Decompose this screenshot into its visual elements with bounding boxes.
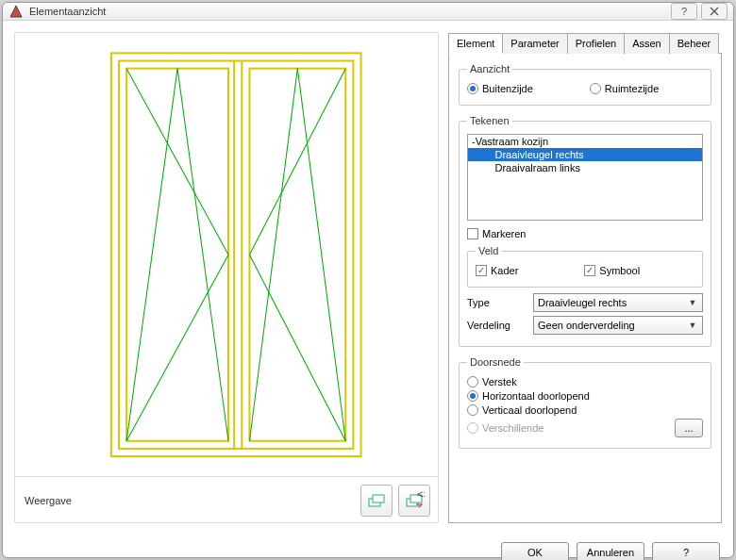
settings-column: Element Parameter Profielen Assen Beheer…: [448, 32, 722, 523]
svg-text:<>: <>: [417, 490, 425, 500]
list-item[interactable]: Draaivalraam links: [468, 161, 702, 174]
svg-line-13: [249, 69, 297, 441]
svg-line-10: [177, 69, 228, 441]
dialog-window: Elementaanzicht ?: [2, 2, 734, 558]
display-mode-button-1[interactable]: [360, 485, 393, 517]
aanzicht-group: Aanzicht Buitenzijde Ruimtezijde: [459, 63, 711, 106]
verdeling-combo-value: Geen onderverdeling: [538, 320, 635, 331]
radio-dot-icon: [467, 376, 478, 387]
chevron-down-icon: ▼: [685, 296, 700, 309]
doorsnede-group: Doorsnede Verstek Horizontaal doorlopend: [459, 356, 711, 449]
tab-profielen[interactable]: Profielen: [567, 33, 625, 54]
checkbox-icon: [467, 228, 478, 239]
radio-verstek-label: Verstek: [482, 376, 517, 387]
check-symbool[interactable]: Symbool: [584, 265, 640, 276]
radio-verschillende-label: Verschillende: [482, 422, 544, 434]
check-markeren[interactable]: Markeren: [467, 228, 526, 239]
more-button-label: ...: [684, 422, 693, 434]
svg-rect-5: [126, 69, 228, 441]
titlebar: Elementaanzicht ?: [3, 3, 733, 21]
type-combo[interactable]: Draaivleugel rechts ▼: [533, 293, 703, 312]
radio-dot-icon: [467, 404, 478, 416]
svg-line-9: [126, 69, 177, 441]
window-title: Elementaanzicht: [29, 6, 667, 17]
help-titlebar-button[interactable]: ?: [671, 3, 697, 20]
close-button[interactable]: [701, 3, 728, 20]
doorsnede-more-button[interactable]: ...: [675, 419, 703, 437]
svg-rect-1: [111, 53, 361, 456]
radio-verticaal[interactable]: Verticaal doorlopend: [467, 404, 577, 416]
verdeling-label: Verdeling: [467, 320, 533, 331]
radio-buitenzijde[interactable]: Buitenzijde: [467, 83, 533, 94]
radio-dot-icon: [467, 390, 478, 402]
radio-verschillende: Verschillende: [467, 422, 544, 434]
verdeling-combo[interactable]: Geen onderverdeling ▼: [533, 316, 703, 335]
tab-panel: Aanzicht Buitenzijde Ruimtezijde Tekene: [448, 54, 722, 523]
weergave-label: Weergave: [25, 495, 355, 506]
ok-button[interactable]: OK: [501, 542, 569, 560]
svg-line-11: [249, 69, 345, 255]
content-area: Weergave <> Element Parameter Profielen …: [3, 21, 733, 535]
type-label: Type: [467, 297, 533, 308]
veld-legend: Veld: [476, 245, 501, 256]
check-symbool-label: Symbool: [599, 265, 640, 276]
check-kader-label: Kader: [491, 265, 518, 276]
app-icon: [8, 4, 24, 19]
radio-buitenzijde-label: Buitenzijde: [482, 83, 533, 94]
tab-parameter[interactable]: Parameter: [502, 33, 567, 54]
svg-rect-6: [249, 69, 345, 441]
tab-assen[interactable]: Assen: [624, 33, 670, 54]
element-preview-canvas: [15, 33, 438, 476]
radio-verticaal-label: Verticaal doorlopend: [482, 404, 577, 416]
svg-line-7: [126, 69, 228, 255]
svg-line-8: [126, 255, 228, 441]
radio-dot-icon: [467, 83, 478, 94]
dialog-button-row: OK Annuleren ?: [3, 535, 733, 560]
list-item[interactable]: -Vastraam kozijn: [468, 135, 702, 148]
display-mode-button-2[interactable]: <>: [398, 485, 430, 517]
help-button[interactable]: ?: [652, 542, 720, 560]
list-item[interactable]: Draaivleugel rechts: [468, 148, 702, 161]
tekenen-legend: Tekenen: [467, 115, 512, 126]
svg-line-12: [249, 255, 345, 441]
veld-group: Veld Kader Symbool: [467, 245, 703, 288]
svg-rect-16: [373, 495, 384, 502]
check-kader[interactable]: Kader: [476, 265, 518, 276]
svg-line-14: [297, 69, 345, 441]
check-markeren-label: Markeren: [482, 228, 526, 239]
radio-ruimtezijde-label: Ruimtezijde: [605, 83, 659, 94]
weergave-row: Weergave <>: [15, 476, 438, 522]
doorsnede-legend: Doorsnede: [467, 356, 524, 368]
aanzicht-legend: Aanzicht: [467, 63, 512, 74]
tab-bar: Element Parameter Profielen Assen Beheer: [448, 32, 722, 54]
type-combo-value: Draaivleugel rechts: [538, 297, 627, 308]
preview-column: Weergave <>: [14, 32, 439, 523]
checkbox-icon: [584, 265, 595, 276]
tab-element[interactable]: Element: [448, 33, 503, 54]
radio-dot-icon: [590, 83, 601, 94]
checkbox-icon: [476, 265, 487, 276]
radio-dot-icon: [467, 422, 478, 434]
chevron-down-icon: ▼: [685, 319, 700, 332]
radio-horizontaal-label: Horizontaal doorlopend: [482, 390, 590, 402]
radio-horizontaal[interactable]: Horizontaal doorlopend: [467, 390, 590, 402]
svg-marker-0: [10, 6, 22, 17]
radio-verstek[interactable]: Verstek: [467, 376, 517, 387]
cancel-button[interactable]: Annuleren: [577, 542, 644, 560]
tab-beheer[interactable]: Beheer: [669, 33, 719, 54]
tekenen-listbox[interactable]: -Vastraam kozijn Draaivleugel rechts Dra…: [467, 134, 703, 221]
tekenen-group: Tekenen -Vastraam kozijn Draaivleugel re…: [459, 115, 711, 347]
radio-ruimtezijde[interactable]: Ruimtezijde: [590, 83, 659, 94]
